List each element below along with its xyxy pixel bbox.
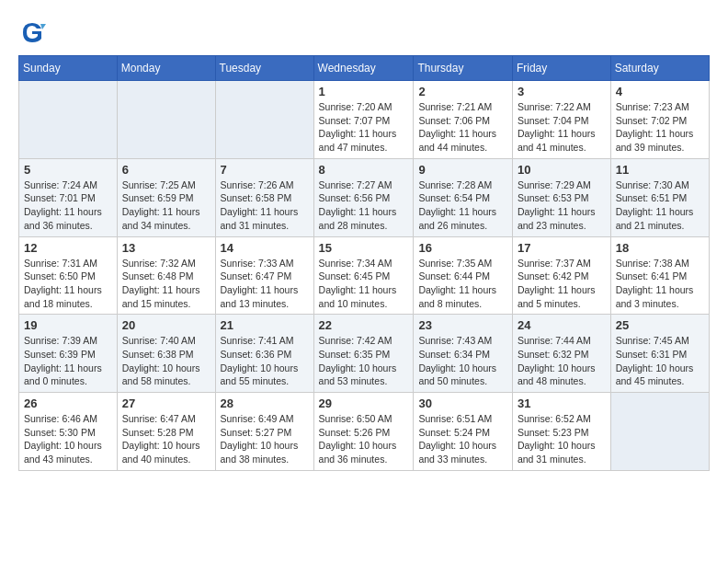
day-info: Sunrise: 7:22 AM Sunset: 7:04 PM Dayligh… — [518, 100, 606, 155]
day-number: 27 — [122, 396, 210, 410]
day-info: Sunrise: 7:39 AM Sunset: 6:39 PM Dayligh… — [24, 334, 112, 388]
day-info: Sunrise: 7:33 AM Sunset: 6:47 PM Dayligh… — [221, 257, 309, 311]
weekday-header: Sunday — [19, 56, 118, 81]
day-number: 21 — [221, 318, 309, 332]
calendar-cell: 4Sunrise: 7:23 AM Sunset: 7:02 PM Daylig… — [610, 81, 709, 159]
logo — [18, 18, 50, 46]
day-number: 19 — [24, 318, 112, 332]
calendar-cell: 31Sunrise: 6:52 AM Sunset: 5:23 PM Dayli… — [512, 393, 610, 471]
day-number: 18 — [616, 241, 704, 255]
day-info: Sunrise: 6:51 AM Sunset: 5:24 PM Dayligh… — [418, 412, 507, 466]
calendar-cell: 9Sunrise: 7:28 AM Sunset: 6:54 PM Daylig… — [414, 158, 513, 236]
day-number: 29 — [319, 396, 409, 410]
day-info: Sunrise: 7:32 AM Sunset: 6:48 PM Dayligh… — [122, 257, 210, 311]
calendar-cell: 19Sunrise: 7:39 AM Sunset: 6:39 PM Dayli… — [19, 315, 118, 393]
day-number: 12 — [24, 241, 112, 255]
calendar-cell: 6Sunrise: 7:25 AM Sunset: 6:59 PM Daylig… — [117, 158, 215, 236]
calendar-cell: 15Sunrise: 7:34 AM Sunset: 6:45 PM Dayli… — [313, 236, 414, 315]
day-info: Sunrise: 7:41 AM Sunset: 6:36 PM Dayligh… — [221, 334, 309, 388]
calendar-cell: 3Sunrise: 7:22 AM Sunset: 7:04 PM Daylig… — [512, 81, 610, 159]
day-info: Sunrise: 7:37 AM Sunset: 6:42 PM Dayligh… — [518, 257, 606, 311]
calendar-cell: 26Sunrise: 6:46 AM Sunset: 5:30 PM Dayli… — [19, 393, 118, 471]
day-number: 22 — [319, 318, 409, 332]
calendar-cell: 27Sunrise: 6:47 AM Sunset: 5:28 PM Dayli… — [117, 393, 215, 471]
calendar-cell: 29Sunrise: 6:50 AM Sunset: 5:26 PM Dayli… — [313, 393, 414, 471]
day-info: Sunrise: 7:29 AM Sunset: 6:53 PM Dayligh… — [518, 178, 606, 233]
day-info: Sunrise: 7:44 AM Sunset: 6:32 PM Dayligh… — [518, 334, 606, 388]
day-number: 24 — [518, 318, 606, 332]
calendar-cell: 13Sunrise: 7:32 AM Sunset: 6:48 PM Dayli… — [117, 236, 215, 315]
day-number: 30 — [418, 396, 507, 410]
day-number: 13 — [122, 241, 210, 255]
day-number: 9 — [418, 163, 507, 177]
calendar-cell: 20Sunrise: 7:40 AM Sunset: 6:38 PM Dayli… — [117, 315, 215, 393]
day-number: 7 — [221, 163, 309, 177]
calendar-cell: 28Sunrise: 6:49 AM Sunset: 5:27 PM Dayli… — [215, 393, 313, 471]
weekday-header: Thursday — [414, 56, 513, 81]
day-info: Sunrise: 6:50 AM Sunset: 5:26 PM Dayligh… — [319, 412, 409, 466]
day-info: Sunrise: 7:38 AM Sunset: 6:41 PM Dayligh… — [616, 257, 704, 311]
calendar-cell: 14Sunrise: 7:33 AM Sunset: 6:47 PM Dayli… — [215, 236, 313, 315]
day-info: Sunrise: 6:47 AM Sunset: 5:28 PM Dayligh… — [122, 412, 210, 466]
day-info: Sunrise: 7:40 AM Sunset: 6:38 PM Dayligh… — [122, 334, 210, 388]
day-number: 25 — [616, 318, 704, 332]
calendar-cell — [610, 393, 709, 471]
day-info: Sunrise: 7:35 AM Sunset: 6:44 PM Dayligh… — [418, 257, 507, 311]
calendar-cell: 17Sunrise: 7:37 AM Sunset: 6:42 PM Dayli… — [512, 236, 610, 315]
day-number: 15 — [319, 241, 409, 255]
calendar-cell: 23Sunrise: 7:43 AM Sunset: 6:34 PM Dayli… — [414, 315, 513, 393]
calendar-cell: 11Sunrise: 7:30 AM Sunset: 6:51 PM Dayli… — [610, 158, 709, 236]
calendar: SundayMondayTuesdayWednesdayThursdayFrid… — [18, 55, 710, 471]
day-number: 11 — [616, 163, 704, 177]
day-number: 16 — [418, 241, 507, 255]
calendar-cell — [215, 81, 313, 159]
day-number: 6 — [122, 163, 210, 177]
day-info: Sunrise: 6:46 AM Sunset: 5:30 PM Dayligh… — [24, 412, 112, 466]
day-number: 28 — [221, 396, 309, 410]
calendar-cell: 18Sunrise: 7:38 AM Sunset: 6:41 PM Dayli… — [610, 236, 709, 315]
day-number: 5 — [24, 163, 112, 177]
day-number: 1 — [319, 85, 409, 98]
day-number: 2 — [418, 85, 507, 98]
day-number: 8 — [319, 163, 409, 177]
day-info: Sunrise: 7:31 AM Sunset: 6:50 PM Dayligh… — [24, 257, 112, 311]
day-number: 20 — [122, 318, 210, 332]
day-info: Sunrise: 7:24 AM Sunset: 7:01 PM Dayligh… — [24, 178, 112, 233]
day-info: Sunrise: 7:25 AM Sunset: 6:59 PM Dayligh… — [122, 178, 210, 233]
calendar-cell: 8Sunrise: 7:27 AM Sunset: 6:56 PM Daylig… — [313, 158, 414, 236]
weekday-header: Friday — [512, 56, 610, 81]
day-info: Sunrise: 6:49 AM Sunset: 5:27 PM Dayligh… — [221, 412, 309, 466]
day-info: Sunrise: 7:28 AM Sunset: 6:54 PM Dayligh… — [418, 178, 507, 233]
calendar-cell — [19, 81, 118, 159]
calendar-cell: 21Sunrise: 7:41 AM Sunset: 6:36 PM Dayli… — [215, 315, 313, 393]
calendar-cell — [117, 81, 215, 159]
day-number: 3 — [518, 85, 606, 98]
calendar-cell: 1Sunrise: 7:20 AM Sunset: 7:07 PM Daylig… — [313, 81, 414, 159]
calendar-cell: 25Sunrise: 7:45 AM Sunset: 6:31 PM Dayli… — [610, 315, 709, 393]
day-info: Sunrise: 7:27 AM Sunset: 6:56 PM Dayligh… — [319, 178, 409, 233]
day-info: Sunrise: 7:26 AM Sunset: 6:58 PM Dayligh… — [221, 178, 309, 233]
calendar-cell: 12Sunrise: 7:31 AM Sunset: 6:50 PM Dayli… — [19, 236, 118, 315]
day-info: Sunrise: 7:45 AM Sunset: 6:31 PM Dayligh… — [616, 334, 704, 388]
day-info: Sunrise: 7:34 AM Sunset: 6:45 PM Dayligh… — [319, 257, 409, 311]
day-info: Sunrise: 6:52 AM Sunset: 5:23 PM Dayligh… — [518, 412, 606, 466]
day-number: 26 — [24, 396, 112, 410]
day-number: 10 — [518, 163, 606, 177]
logo-icon — [18, 18, 46, 46]
calendar-cell: 10Sunrise: 7:29 AM Sunset: 6:53 PM Dayli… — [512, 158, 610, 236]
day-info: Sunrise: 7:42 AM Sunset: 6:35 PM Dayligh… — [319, 334, 409, 388]
day-info: Sunrise: 7:21 AM Sunset: 7:06 PM Dayligh… — [418, 100, 507, 155]
day-info: Sunrise: 7:43 AM Sunset: 6:34 PM Dayligh… — [418, 334, 507, 388]
weekday-header: Saturday — [610, 56, 709, 81]
calendar-cell: 2Sunrise: 7:21 AM Sunset: 7:06 PM Daylig… — [414, 81, 513, 159]
page-header — [18, 18, 710, 46]
day-number: 14 — [221, 241, 309, 255]
day-number: 17 — [518, 241, 606, 255]
calendar-cell: 7Sunrise: 7:26 AM Sunset: 6:58 PM Daylig… — [215, 158, 313, 236]
calendar-cell: 22Sunrise: 7:42 AM Sunset: 6:35 PM Dayli… — [313, 315, 414, 393]
day-info: Sunrise: 7:20 AM Sunset: 7:07 PM Dayligh… — [319, 100, 409, 155]
calendar-cell: 24Sunrise: 7:44 AM Sunset: 6:32 PM Dayli… — [512, 315, 610, 393]
weekday-header: Tuesday — [215, 56, 313, 81]
calendar-cell: 5Sunrise: 7:24 AM Sunset: 7:01 PM Daylig… — [19, 158, 118, 236]
day-number: 23 — [418, 318, 507, 332]
